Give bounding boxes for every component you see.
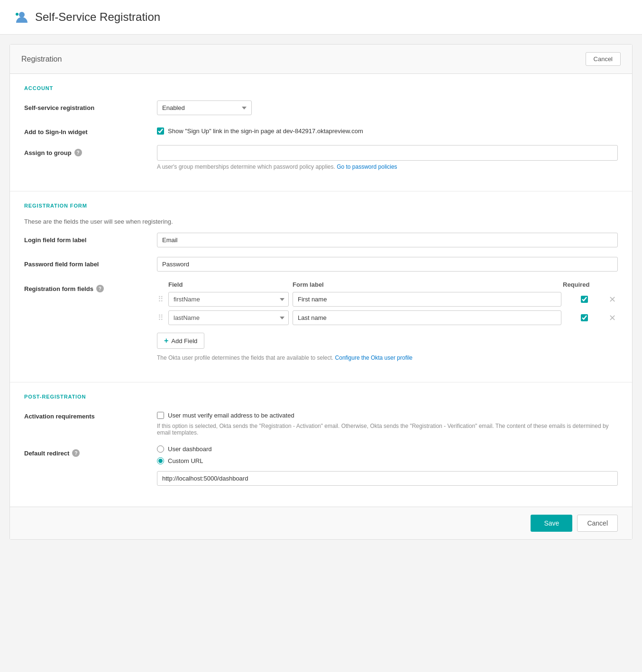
fields-help-text: The Okta user profile determines the fie… [157,354,618,361]
activation-checkbox-label: User must verify email address to be act… [168,412,294,419]
field-select-lastname[interactable]: lastName [168,310,289,325]
reg-form-fields-control: Field Form label Required ⠿ firstName [157,281,618,361]
drag-handle-firstname[interactable]: ⠿ [157,295,165,304]
fields-table-header: Field Form label Required [157,281,618,288]
login-field-input[interactable] [157,233,618,247]
password-field-control [157,257,618,272]
password-policies-link[interactable]: Go to password policies [337,163,397,170]
plus-icon: + [164,336,168,345]
page-header: Self-Service Registration [0,0,642,35]
add-to-signin-checkbox-label: Show "Sign Up" link in the sign-in page … [168,127,363,135]
reg-form-fields-row: Registration form fields ? Field Form la… [24,281,618,361]
field-row-lastname: ⠿ lastName ✕ [157,310,618,325]
remove-button-firstname[interactable]: ✕ [607,295,618,304]
password-field-input[interactable] [157,257,618,272]
post-registration-title: POST-REGISTRATION [24,394,618,400]
radio-user-dashboard: User dashboard [157,445,618,453]
radio-custom-label: Custom URL [168,457,203,464]
radio-dashboard-input[interactable] [157,445,164,453]
radio-custom-url: Custom URL [157,457,618,464]
required-wrap-lastname [565,314,603,321]
label-input-firstname[interactable] [293,292,561,307]
registration-form-desc: These are the fields the user will see w… [24,218,618,225]
login-field-control [157,233,618,247]
reg-form-fields-label: Registration form fields ? [24,281,157,292]
label-input-lastname[interactable] [293,310,561,325]
account-section: ACCOUNT Self-service registration Enable… [10,74,632,191]
account-section-title: ACCOUNT [24,85,618,91]
default-redirect-row: Default redirect ? User dashboard Custom… [24,445,618,486]
required-wrap-firstname [565,296,603,303]
cancel-header-button[interactable]: Cancel [586,52,621,66]
add-to-signin-control: Show "Sign Up" link in the sign-in page … [157,125,618,135]
registration-form-section: REGISTRATION FORM These are the fields t… [10,191,632,382]
svg-point-1 [16,13,18,16]
custom-url-input[interactable] [157,471,618,486]
registration-form-title: REGISTRATION FORM [24,203,618,209]
activation-checkbox[interactable] [157,412,164,419]
save-button[interactable]: Save [531,515,572,532]
post-registration-section: POST-REGISTRATION Activation requirement… [10,382,632,507]
activation-help-text: If this option is selected, Okta sends t… [157,423,618,436]
configure-profile-link[interactable]: Configure the Okta user profile [335,354,413,361]
add-to-signin-label: Add to Sign-In widget [24,125,157,136]
field-row-firstname: ⠿ firstName ✕ [157,292,618,307]
default-redirect-control: User dashboard Custom URL [157,445,618,486]
add-to-signin-checkbox[interactable] [157,127,164,135]
add-field-label: Add Field [171,337,197,345]
svg-point-0 [19,12,25,18]
field-select-firstname[interactable]: firstName [168,292,289,307]
field-col-header: Field [168,281,289,288]
self-service-select[interactable]: Enabled Disabled [157,100,252,115]
label-col-header: Form label [293,281,559,288]
assign-group-row: Assign to group ? A user's group members… [24,145,618,170]
cancel-footer-button[interactable]: Cancel [577,515,618,532]
password-field-label: Password field form label [24,257,157,268]
activation-checkbox-row: User must verify email address to be act… [157,409,618,419]
self-service-row: Self-service registration Enabled Disabl… [24,100,618,115]
activation-label: Activation requirements [24,409,157,420]
page-title: Self-Service Registration [35,10,160,24]
card-header: Registration Cancel [10,45,632,74]
login-field-label: Login field form label [24,233,157,244]
default-redirect-help-icon: ? [72,449,80,457]
add-to-signin-checkbox-row: Show "Sign Up" link in the sign-in page … [157,125,618,135]
card-header-title: Registration [21,55,62,64]
assign-group-help-text: A user's group memberships determine whi… [157,163,618,170]
required-col-header: Required [563,281,601,288]
self-service-label: Self-service registration [24,100,157,111]
login-field-row: Login field form label [24,233,618,247]
radio-dashboard-label: User dashboard [168,445,212,453]
assign-group-help-icon: ? [74,149,82,156]
drag-handle-lastname[interactable]: ⠿ [157,313,165,322]
assign-group-control: A user's group memberships determine whi… [157,145,618,170]
add-to-signin-row: Add to Sign-In widget Show "Sign Up" lin… [24,125,618,136]
add-field-button[interactable]: + Add Field [157,333,204,349]
password-field-row: Password field form label [24,257,618,272]
reg-form-fields-help-icon: ? [96,285,104,292]
page-footer: Save Cancel [10,507,632,539]
required-checkbox-lastname[interactable] [581,314,588,321]
assign-group-input[interactable] [157,145,618,161]
required-checkbox-firstname[interactable] [581,296,588,303]
self-service-control: Enabled Disabled [157,100,618,115]
field-select-wrap-firstname: firstName [168,292,289,307]
person-icon [14,9,29,25]
activation-control: User must verify email address to be act… [157,409,618,436]
assign-group-label: Assign to group ? [24,145,157,156]
main-card: Registration Cancel ACCOUNT Self-service… [9,44,633,540]
default-redirect-label: Default redirect ? [24,445,157,457]
remove-button-lastname[interactable]: ✕ [607,314,618,322]
radio-custom-input[interactable] [157,457,164,464]
field-select-wrap-lastname: lastName [168,310,289,325]
activation-row: Activation requirements User must verify… [24,409,618,436]
